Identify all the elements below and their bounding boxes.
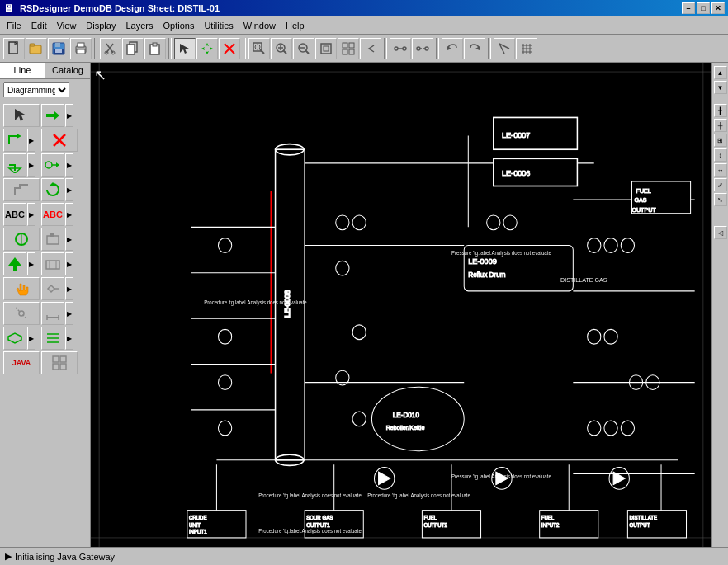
tool-category-dropdown[interactable]: Diagramming Electrical Instrumentation (3, 82, 87, 97)
arrow-right-tool[interactable] (41, 104, 64, 127)
zoom-all-button[interactable] (338, 38, 359, 59)
disconnect-button[interactable] (412, 38, 433, 59)
zoom-out-button[interactable] (293, 38, 314, 59)
menu-display[interactable]: Display (81, 19, 121, 32)
java-tool[interactable]: JAVA (3, 351, 40, 374)
menu-view[interactable]: View (52, 19, 82, 32)
category-select[interactable]: Diagramming Electrical Instrumentation (3, 82, 69, 97)
flow-tool[interactable] (41, 153, 64, 177)
zoom-prev-button[interactable] (360, 38, 381, 59)
minimize-button[interactable]: – (682, 2, 695, 14)
grid-view-tool[interactable] (41, 351, 78, 374)
pointer-button[interactable] (494, 38, 515, 59)
component-tool[interactable] (41, 252, 64, 275)
cut-button[interactable] (100, 38, 121, 59)
tool-grid: ▶ ▶ ▶ ▶ (0, 101, 90, 378)
expand-arrow-9[interactable]: ▶ (27, 252, 35, 275)
rt-btn-5[interactable]: ↔ (714, 163, 727, 177)
flow2-tool[interactable] (3, 327, 26, 350)
expand-arrow-8[interactable]: ▶ (65, 228, 73, 251)
svg-text:INPUT1: INPUT1 (189, 529, 207, 534)
shape-tool[interactable] (41, 228, 64, 251)
move-button[interactable] (196, 38, 218, 59)
undo-button[interactable] (442, 38, 463, 59)
expand-arrow-3[interactable]: ▶ (27, 153, 35, 177)
text-tool[interactable]: ABC (3, 203, 26, 226)
tab-line[interactable]: Line (0, 63, 45, 78)
rt-btn-7[interactable]: ⤡ (714, 193, 727, 206)
expand-arrow-1[interactable]: ▶ (65, 104, 73, 127)
open-button[interactable] (26, 38, 47, 59)
delete-button[interactable] (219, 38, 240, 59)
copy-button[interactable] (122, 38, 144, 59)
select-button[interactable] (174, 38, 196, 59)
svg-rect-9 (77, 49, 85, 54)
link-tool[interactable] (41, 277, 64, 300)
canvas-area[interactable]: ↖ LE-0008 (91, 63, 711, 547)
svg-rect-2 (30, 44, 35, 46)
menu-window[interactable]: Window (239, 19, 281, 32)
expand-arrow-13[interactable]: ▶ (27, 327, 35, 350)
rt-btn-1[interactable]: ╋ (714, 104, 727, 117)
delete-tool[interactable] (41, 129, 78, 152)
svg-marker-19 (206, 43, 209, 54)
zoom-in-button[interactable] (271, 38, 292, 59)
status-text: Initialising Java Gateway (15, 552, 115, 562)
snap-tool[interactable] (3, 302, 40, 325)
menu-layers[interactable]: Layers (121, 19, 158, 32)
hand-tool[interactable] (3, 277, 40, 300)
status-icon: ▶ (5, 551, 12, 562)
close-button[interactable]: ✕ (711, 2, 725, 14)
connect-button[interactable] (390, 38, 411, 59)
expand-arrow-10[interactable]: ▶ (65, 252, 73, 275)
panel-tabs: Line Catalog (0, 63, 90, 79)
new-button[interactable] (3, 38, 25, 59)
up-arrow-tool[interactable] (3, 252, 26, 275)
zoom-rect-button[interactable] (248, 38, 270, 59)
menu-options[interactable]: Options (158, 19, 199, 32)
rotate-tool[interactable] (41, 178, 64, 201)
red-text-tool[interactable]: ABC (41, 203, 64, 226)
maximize-button[interactable]: □ (697, 2, 710, 14)
expand-arrow-11[interactable]: ▶ (65, 277, 73, 300)
rt-scroll-down[interactable]: ▼ (714, 81, 727, 94)
expand-arrow-4[interactable]: ▶ (65, 153, 73, 177)
main-area: Line Catalog Diagramming Electrical Inst… (0, 63, 728, 547)
expand-arrow-5[interactable]: ▶ (65, 178, 73, 201)
svg-text:UNIT: UNIT (189, 521, 201, 527)
svg-line-31 (305, 50, 309, 54)
svg-text:OUTPUT: OUTPUT (629, 521, 650, 527)
menu-edit[interactable]: Edit (26, 19, 52, 32)
corner-tool[interactable] (3, 129, 26, 152)
menu-utilities[interactable]: Utilities (199, 19, 238, 32)
measure-tool[interactable] (41, 302, 64, 325)
paste-button[interactable] (144, 38, 166, 59)
tab-catalog[interactable]: Catalog (45, 63, 90, 78)
grid-button[interactable] (516, 38, 537, 59)
elbow-tool[interactable] (3, 153, 26, 177)
align-tool[interactable] (41, 327, 64, 350)
svg-rect-6 (55, 49, 62, 53)
expand-arrow-6[interactable]: ▶ (27, 203, 35, 226)
menu-file[interactable]: File (2, 19, 26, 32)
rt-btn-4[interactable]: ↕ (714, 148, 727, 162)
print-button[interactable] (70, 38, 92, 59)
rt-btn-6[interactable]: ⤢ (714, 178, 727, 191)
expand-arrow-12[interactable]: ▶ (65, 302, 73, 325)
step-tool[interactable] (3, 178, 40, 201)
svg-rect-8 (78, 43, 84, 47)
expand-arrow-7[interactable]: ▶ (65, 203, 73, 226)
menu-help[interactable]: Help (281, 19, 310, 32)
zoom-fit-button[interactable] (315, 38, 337, 59)
rt-btn-3[interactable]: ⊞ (714, 134, 727, 147)
rt-scroll-up[interactable]: ▲ (714, 66, 727, 79)
circle-tool[interactable] (3, 228, 40, 251)
save-button[interactable] (48, 38, 69, 59)
expand-arrow-2[interactable]: ▶ (27, 129, 35, 152)
rt-btn-8[interactable]: ◁ (714, 226, 727, 239)
pointer-tool[interactable] (3, 104, 40, 127)
redo-button[interactable] (464, 38, 485, 59)
toolbar-separator-6 (488, 38, 491, 59)
rt-btn-2[interactable]: ┼ (714, 119, 727, 132)
expand-arrow-14[interactable]: ▶ (65, 327, 73, 350)
